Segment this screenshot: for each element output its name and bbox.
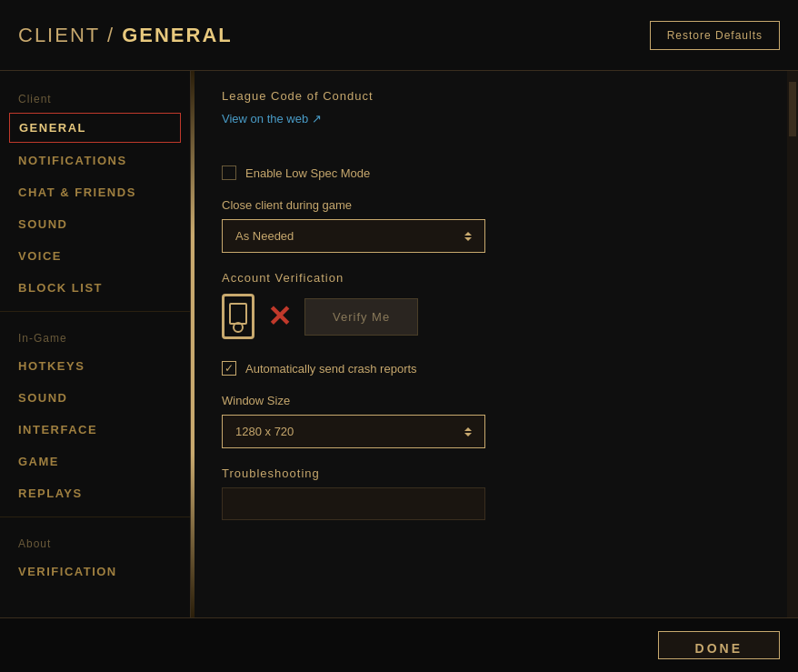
crash-reports-checkbox[interactable] xyxy=(222,361,236,376)
arrow-up-icon xyxy=(464,232,472,236)
account-verification-title: Account Verification xyxy=(222,271,760,285)
scrollbar[interactable] xyxy=(787,71,798,617)
sidebar-item-general[interactable]: GENERAL xyxy=(9,113,181,143)
sidebar-item-block-list[interactable]: BLOCK LIST xyxy=(0,272,190,304)
sidebar: Client GENERAL NOTIFICATIONS CHAT & FRIE… xyxy=(0,71,191,617)
about-section-label: About xyxy=(0,525,190,556)
crash-reports-row: Automatically send crash reports xyxy=(222,361,760,376)
verify-me-button[interactable]: Verify Me xyxy=(304,298,418,336)
window-size-value: 1280 x 720 xyxy=(235,425,294,438)
arrow-down-icon xyxy=(464,237,472,241)
window-size-container: Window Size 1280 x 720 xyxy=(222,394,760,448)
restore-defaults-button[interactable]: Restore Defaults xyxy=(650,21,780,50)
code-of-conduct-section: League Code of Conduct View on the web ↗ xyxy=(222,89,760,144)
header: CLIENT / GENERAL Restore Defaults xyxy=(0,0,798,71)
dropdown-arrow-icon xyxy=(464,232,472,241)
sidebar-item-hotkeys[interactable]: HOTKEYS xyxy=(0,350,190,382)
content-area: League Code of Conduct View on the web ↗… xyxy=(195,71,787,617)
window-size-dropdown-arrow xyxy=(464,427,472,436)
page-title: CLIENT / GENERAL xyxy=(18,24,233,47)
code-of-conduct-title: League Code of Conduct xyxy=(222,89,760,103)
verification-failed-icon: ✕ xyxy=(267,302,292,331)
crash-reports-label: Automatically send crash reports xyxy=(245,362,417,376)
sidebar-item-chat-friends[interactable]: CHAT & FRIENDS xyxy=(0,176,190,208)
troubleshooting-input[interactable] xyxy=(222,487,485,520)
troubleshooting-section: Troubleshooting xyxy=(222,466,760,520)
sidebar-divider-2 xyxy=(0,517,190,517)
sidebar-item-interface[interactable]: INTERFACE xyxy=(0,414,190,446)
sidebar-item-notifications[interactable]: NOTIFICATIONS xyxy=(0,145,190,176)
main-layout: Client GENERAL NOTIFICATIONS CHAT & FRIE… xyxy=(0,71,798,617)
close-client-container: Close client during game As Needed xyxy=(222,198,760,253)
close-client-label: Close client during game xyxy=(222,198,760,212)
view-on-web-link[interactable]: View on the web ↗ xyxy=(222,112,322,125)
sidebar-divider xyxy=(0,311,190,312)
close-client-dropdown[interactable]: As Needed xyxy=(222,219,485,253)
verification-row: ✕ Verify Me xyxy=(222,294,760,339)
breadcrumb-main: GENERAL xyxy=(122,24,233,46)
footer: DONE xyxy=(0,617,798,672)
arrow-down-icon-2 xyxy=(464,433,472,436)
breadcrumb-prefix: CLIENT / xyxy=(18,24,122,46)
account-verification-section: Account Verification ✕ Verify Me xyxy=(222,271,760,339)
phone-icon xyxy=(222,294,254,339)
low-spec-row: Enable Low Spec Mode xyxy=(222,165,760,180)
sidebar-item-sound[interactable]: SOUND xyxy=(0,208,190,240)
low-spec-label: Enable Low Spec Mode xyxy=(245,166,370,180)
close-client-value: As Needed xyxy=(235,229,294,243)
client-section-label: Client xyxy=(0,80,190,111)
low-spec-checkbox[interactable] xyxy=(222,165,236,180)
troubleshooting-title: Troubleshooting xyxy=(222,466,760,480)
view-on-web-label: View on the web xyxy=(222,112,308,125)
done-button[interactable]: DONE xyxy=(658,631,780,659)
sidebar-item-game[interactable]: GAME xyxy=(0,446,190,477)
phone-screen xyxy=(229,303,247,325)
scrollbar-thumb[interactable] xyxy=(789,82,796,136)
window-size-label: Window Size xyxy=(222,394,760,407)
sidebar-item-verification[interactable]: VERIFICATION xyxy=(0,556,190,587)
sidebar-item-voice[interactable]: VOICE xyxy=(0,240,190,272)
window-size-dropdown[interactable]: 1280 x 720 xyxy=(222,415,485,448)
sidebar-item-replays[interactable]: REPLAYS xyxy=(0,477,190,509)
sidebar-item-sound-ingame[interactable]: SOUND xyxy=(0,382,190,414)
ingame-section-label: In-Game xyxy=(0,319,190,350)
arrow-up-icon-2 xyxy=(464,427,472,431)
external-link-icon: ↗ xyxy=(312,112,322,125)
